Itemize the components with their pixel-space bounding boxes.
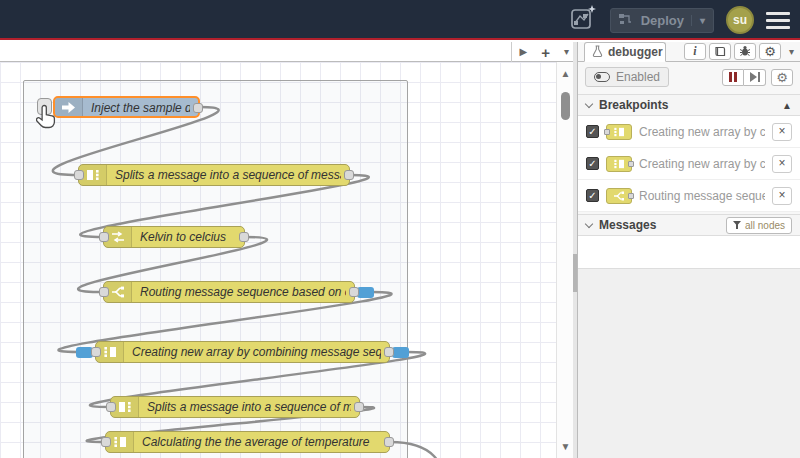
node-split-2[interactable]: Splits a message into a sequence of mess… bbox=[110, 396, 360, 418]
scroll-up-icon[interactable]: ▲ bbox=[557, 68, 574, 79]
pause-icon bbox=[729, 72, 737, 82]
messages-title: Messages bbox=[599, 218, 656, 232]
deploy-options-caret[interactable]: ▾ bbox=[691, 15, 705, 26]
node-split-1[interactable]: Splits a message into a sequence of mess… bbox=[78, 164, 350, 186]
breakpoints-section-header[interactable]: Breakpoints ▲ bbox=[578, 94, 800, 116]
sidebar-tabs-caret-icon[interactable]: ▾ bbox=[789, 46, 794, 57]
scroll-to-top-icon[interactable]: ▲ bbox=[782, 100, 792, 111]
breakpoint-row[interactable]: ✓ Creating new array by combining messag… bbox=[578, 116, 800, 148]
output-port[interactable] bbox=[239, 232, 249, 242]
info-icon: i bbox=[693, 44, 696, 59]
debug-tab-button[interactable] bbox=[734, 43, 756, 60]
node-join-2[interactable]: Calculating the the average of temperatu… bbox=[105, 431, 390, 453]
output-port[interactable] bbox=[349, 287, 359, 297]
add-flow-icon[interactable]: + bbox=[541, 45, 550, 60]
input-port[interactable] bbox=[106, 402, 116, 412]
wire[interactable] bbox=[390, 442, 449, 458]
node-label: Splits a message into a sequence of mess… bbox=[115, 165, 341, 185]
breakpoint-checkbox[interactable]: ✓ bbox=[586, 125, 599, 138]
step-icon bbox=[750, 72, 760, 82]
gear-icon: ⚙ bbox=[764, 45, 776, 58]
flow-tabbar: ▶ + ▾ bbox=[0, 42, 573, 62]
remove-breakpoint-button[interactable]: × bbox=[772, 187, 792, 205]
user-avatar[interactable]: su bbox=[726, 6, 754, 34]
canvas-vertical-scrollbar[interactable]: ▲ ▼ bbox=[556, 62, 573, 458]
workspace: ▶ + ▾ Inject the sample data bbox=[0, 42, 800, 458]
node-change[interactable]: Kelvin to celcius bbox=[103, 226, 245, 248]
funnel-icon bbox=[733, 220, 741, 231]
deploy-button[interactable]: Deploy ▾ bbox=[610, 8, 714, 33]
deploy-label: Deploy bbox=[641, 13, 684, 28]
toggle-icon bbox=[594, 72, 610, 82]
pause-button[interactable] bbox=[722, 69, 744, 86]
debugger-settings-button[interactable]: ⚙ bbox=[771, 69, 793, 86]
node-inject[interactable]: Inject the sample data bbox=[53, 96, 200, 118]
output-port[interactable] bbox=[344, 170, 354, 180]
input-port[interactable] bbox=[99, 287, 109, 297]
node-label: Splits a message into a sequence of mess… bbox=[147, 397, 351, 417]
breakpoint-marker-output[interactable] bbox=[357, 287, 374, 298]
inject-arrow-icon bbox=[55, 98, 83, 116]
deploy-icon bbox=[619, 13, 634, 28]
flow-canvas[interactable]: Inject the sample data Splits a message … bbox=[0, 62, 556, 458]
header-bar: Deploy ▾ su bbox=[0, 0, 800, 40]
node-label: Routing message sequence based on condit… bbox=[140, 282, 346, 302]
input-port[interactable] bbox=[99, 232, 109, 242]
output-port[interactable] bbox=[193, 103, 203, 113]
tab-debugger[interactable]: debugger bbox=[584, 42, 666, 62]
input-port[interactable] bbox=[74, 170, 84, 180]
switch-node-icon bbox=[606, 188, 632, 204]
input-port[interactable] bbox=[91, 347, 101, 357]
node-label: Kelvin to celcius bbox=[140, 227, 236, 247]
output-port[interactable] bbox=[354, 402, 364, 412]
gear-icon: ⚙ bbox=[776, 71, 788, 84]
node-label: Creating new array by combining message … bbox=[132, 342, 381, 362]
remove-breakpoint-button[interactable]: × bbox=[772, 155, 792, 173]
book-icon bbox=[714, 43, 726, 61]
messages-empty-area bbox=[578, 236, 800, 268]
breakpoint-marker-output[interactable] bbox=[392, 347, 409, 358]
help-tab-button[interactable] bbox=[709, 43, 731, 60]
scrollbar-thumb[interactable] bbox=[561, 92, 570, 120]
node-join-1[interactable]: Creating new array by combining message … bbox=[95, 341, 390, 363]
remove-breakpoint-button[interactable]: × bbox=[772, 123, 792, 141]
breakpoint-label: Creating new array by combining message … bbox=[639, 157, 765, 171]
breakpoints-title: Breakpoints bbox=[599, 98, 668, 112]
mouse-cursor bbox=[36, 104, 58, 134]
node-label: Inject the sample data bbox=[91, 98, 190, 118]
enabled-label: Enabled bbox=[616, 70, 660, 84]
breakpoint-row[interactable]: ✓ Creating new array by combining messag… bbox=[578, 148, 800, 180]
sidebar-footer-area bbox=[578, 268, 800, 458]
step-button[interactable] bbox=[744, 69, 766, 86]
sidebar-tabbar: debugger i ⚙ ▾ bbox=[578, 42, 800, 62]
join-node-icon bbox=[606, 156, 632, 172]
tab-scroll-right-icon[interactable]: ▶ bbox=[520, 47, 528, 57]
node-label: Calculating the the average of temperatu… bbox=[142, 432, 381, 452]
info-tab-button[interactable]: i bbox=[684, 43, 706, 60]
debugger-toolbar: Enabled ⚙ bbox=[578, 62, 800, 92]
breakpoint-row[interactable]: ✓ Routing message sequence based on cond… bbox=[578, 180, 800, 212]
breakpoint-label: Routing message sequence based on condit… bbox=[639, 189, 765, 203]
sidebar: debugger i ⚙ ▾ bbox=[577, 42, 800, 458]
join-node-icon bbox=[606, 124, 632, 140]
main-menu-button[interactable] bbox=[766, 12, 790, 29]
output-port[interactable] bbox=[384, 437, 394, 447]
filter-label: all nodes bbox=[745, 220, 785, 231]
flask-icon bbox=[592, 45, 603, 60]
output-port[interactable] bbox=[384, 347, 394, 357]
breakpoint-checkbox[interactable]: ✓ bbox=[586, 157, 599, 170]
breakpoint-checkbox[interactable]: ✓ bbox=[586, 189, 599, 202]
debugger-enabled-toggle[interactable]: Enabled bbox=[585, 67, 669, 87]
input-port[interactable] bbox=[101, 437, 111, 447]
scroll-down-icon[interactable]: ▼ bbox=[557, 441, 574, 452]
node-switch[interactable]: Routing message sequence based on condit… bbox=[103, 281, 355, 303]
tab-debugger-label: debugger bbox=[608, 45, 663, 59]
chevron-down-icon bbox=[585, 219, 593, 227]
flow-assistant-button[interactable] bbox=[568, 5, 598, 35]
config-tab-button[interactable]: ⚙ bbox=[759, 43, 781, 60]
breakpoints-list: ✓ Creating new array by combining messag… bbox=[578, 116, 800, 212]
flow-list-caret-icon[interactable]: ▾ bbox=[564, 47, 569, 57]
messages-section-header[interactable]: Messages all nodes bbox=[578, 214, 800, 236]
breakpoint-label: Creating new array by combining message … bbox=[639, 125, 765, 139]
message-filter-button[interactable]: all nodes bbox=[726, 217, 792, 234]
